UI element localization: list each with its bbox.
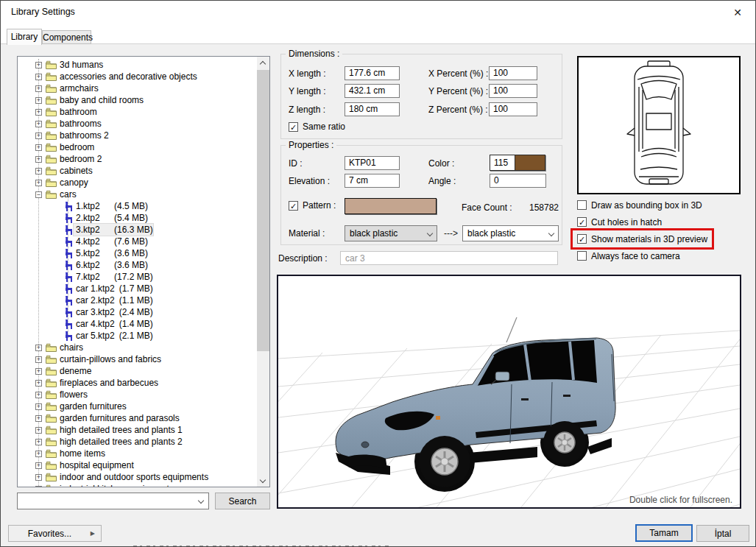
material-from-select[interactable]: black plastic bbox=[345, 225, 437, 241]
tree-item[interactable]: 2.ktp2(5.4 MB) bbox=[18, 212, 257, 224]
tree-item[interactable]: +garden furnitures bbox=[18, 400, 257, 412]
tree-item-label: garden furnitures and parasols bbox=[60, 412, 180, 424]
expand-icon[interactable]: + bbox=[35, 486, 42, 487]
material-to-select[interactable]: black plastic bbox=[462, 225, 559, 241]
expand-icon[interactable]: + bbox=[35, 180, 42, 186]
expand-icon[interactable]: + bbox=[35, 415, 42, 422]
expand-icon[interactable]: + bbox=[35, 62, 42, 68]
tree-item[interactable]: +garden furnitures and parasols bbox=[18, 412, 257, 424]
angle-input[interactable]: 0 bbox=[490, 174, 546, 188]
z-length-input[interactable]: 180 cm bbox=[345, 102, 400, 116]
tab-library[interactable]: Library bbox=[7, 29, 42, 45]
tree-item[interactable]: +accessories and decorative objects bbox=[18, 71, 257, 82]
expand-icon[interactable]: + bbox=[35, 168, 42, 174]
x-length-input[interactable]: 177.6 cm bbox=[345, 66, 400, 80]
expand-icon[interactable]: + bbox=[35, 85, 42, 92]
same-ratio-checkbox[interactable]: ✓ bbox=[289, 122, 298, 132]
y-length-input[interactable]: 432.1 cm bbox=[345, 84, 400, 98]
object-icon bbox=[65, 249, 74, 258]
search-button[interactable]: Search bbox=[215, 493, 270, 509]
pattern-checkbox[interactable]: ✓ bbox=[289, 201, 298, 211]
cancel-button[interactable]: İptal bbox=[696, 525, 749, 542]
expand-icon[interactable]: + bbox=[35, 474, 42, 481]
expand-icon[interactable]: + bbox=[35, 345, 42, 351]
expand-icon[interactable]: + bbox=[35, 380, 42, 387]
tree-item[interactable]: +fireplaces and barbecues bbox=[18, 377, 257, 389]
expand-icon[interactable]: + bbox=[35, 368, 42, 375]
expand-icon[interactable]: + bbox=[35, 392, 42, 398]
expand-icon[interactable]: + bbox=[35, 462, 42, 469]
tree-item[interactable]: +cabinets bbox=[18, 165, 257, 177]
favorites-button[interactable]: Favorites... ▶ bbox=[8, 525, 102, 542]
checkbox[interactable] bbox=[577, 251, 587, 261]
tree-item-size: (17.2 MB) bbox=[114, 272, 153, 282]
expand-icon[interactable]: + bbox=[35, 427, 42, 434]
checkbox[interactable]: ✓ bbox=[577, 217, 587, 227]
tree-item[interactable]: +3d humans bbox=[18, 59, 257, 71]
tree-item[interactable]: car 3.ktp2(2.4 MB) bbox=[18, 306, 257, 318]
x-percent-input[interactable]: 100 bbox=[489, 66, 537, 80]
tree-item[interactable]: +deneme bbox=[18, 365, 257, 377]
checkbox[interactable] bbox=[577, 200, 587, 210]
tree-item[interactable]: +curtain-pillows and fabrics bbox=[18, 353, 257, 365]
tree-item[interactable]: +chairs bbox=[18, 342, 257, 353]
expand-icon[interactable]: + bbox=[35, 121, 42, 127]
tree-item[interactable]: car 4.ktp2(1.4 MB) bbox=[18, 318, 257, 330]
scrollbar-down-icon[interactable] bbox=[257, 474, 269, 487]
tree-item[interactable]: +bathroom bbox=[18, 106, 257, 118]
scrollbar-thumb[interactable] bbox=[257, 70, 269, 351]
tree-item[interactable]: car 2.ktp2(1.1 MB) bbox=[18, 294, 257, 306]
expand-icon[interactable]: + bbox=[35, 109, 42, 116]
tree-item[interactable]: −cars bbox=[18, 188, 257, 200]
tree-item[interactable]: 6.ktp2(3.6 MB) bbox=[18, 259, 257, 271]
tree-item[interactable]: +bathrooms 2 bbox=[18, 130, 257, 141]
tree-item[interactable]: +high detailed trees and plants 1 bbox=[18, 424, 257, 436]
y-percent-input[interactable]: 100 bbox=[489, 84, 537, 98]
tree-item[interactable]: +bathrooms bbox=[18, 118, 257, 130]
search-combobox[interactable] bbox=[17, 493, 209, 509]
collapse-icon[interactable]: − bbox=[35, 191, 42, 198]
tree-item[interactable]: +hospital equipment bbox=[18, 459, 257, 471]
expand-icon[interactable]: + bbox=[35, 156, 42, 163]
tree-item[interactable]: 3.ktp2(16.3 MB) bbox=[18, 224, 257, 236]
tree-item[interactable]: +baby and child rooms bbox=[18, 94, 257, 106]
tree-item[interactable]: +bedroom 2 bbox=[18, 153, 257, 165]
checkbox[interactable]: ✓ bbox=[577, 234, 587, 244]
z-percent-input[interactable]: 100 bbox=[489, 102, 537, 116]
scrollbar-up-icon[interactable] bbox=[257, 57, 269, 69]
expand-icon[interactable]: + bbox=[35, 439, 42, 445]
expand-icon[interactable]: + bbox=[35, 74, 42, 80]
id-input[interactable]: KTP01 bbox=[345, 156, 400, 170]
tab-components[interactable]: Components bbox=[42, 30, 91, 44]
ok-button[interactable]: Tamam bbox=[635, 524, 693, 542]
expand-icon[interactable]: + bbox=[35, 356, 42, 363]
expand-icon[interactable]: + bbox=[35, 133, 42, 139]
pattern-swatch[interactable] bbox=[345, 198, 437, 214]
tree-item[interactable]: +indoor and outdoor sports equipments bbox=[18, 471, 257, 483]
tree-item[interactable]: car 5.ktp2(2.1 MB) bbox=[18, 330, 257, 342]
pattern-label: Pattern : bbox=[303, 200, 336, 211]
tree-item[interactable]: +home items bbox=[18, 448, 257, 459]
tree-item[interactable]: 7.ktp2(17.2 MB) bbox=[18, 271, 257, 283]
elevation-input[interactable]: 7 cm bbox=[345, 174, 400, 188]
car-top-view-drawing bbox=[579, 57, 739, 193]
preview-3d[interactable]: Double click for fullscreen. bbox=[277, 275, 741, 509]
tree-item[interactable]: +industrial kitchen equipments bbox=[18, 483, 257, 487]
close-icon[interactable]: ✕ bbox=[730, 5, 745, 20]
expand-icon[interactable]: + bbox=[35, 97, 42, 104]
tree-item[interactable]: 5.ktp2(3.6 MB) bbox=[18, 247, 257, 259]
expand-icon[interactable]: + bbox=[35, 403, 42, 410]
expand-icon[interactable]: + bbox=[35, 451, 42, 457]
expand-icon[interactable]: + bbox=[35, 144, 42, 151]
tree-item[interactable]: +flowers bbox=[18, 389, 257, 400]
tree-item[interactable]: 1.ktp2(4.5 MB) bbox=[18, 200, 257, 212]
tree-item[interactable]: +armchairs bbox=[18, 82, 257, 94]
tree-scrollbar[interactable] bbox=[257, 57, 269, 487]
tree-item[interactable]: 4.ktp2(7.6 MB) bbox=[18, 236, 257, 247]
description-input[interactable]: car 3 bbox=[340, 251, 558, 265]
tree-item[interactable]: +canopy bbox=[18, 177, 257, 188]
tree-item[interactable]: +bedroom bbox=[18, 141, 257, 153]
color-picker[interactable]: 115 bbox=[490, 155, 545, 171]
tree-item[interactable]: +high detailed trees and plants 2 bbox=[18, 436, 257, 448]
tree-item[interactable]: car 1.ktp2(1.7 MB) bbox=[18, 283, 257, 294]
